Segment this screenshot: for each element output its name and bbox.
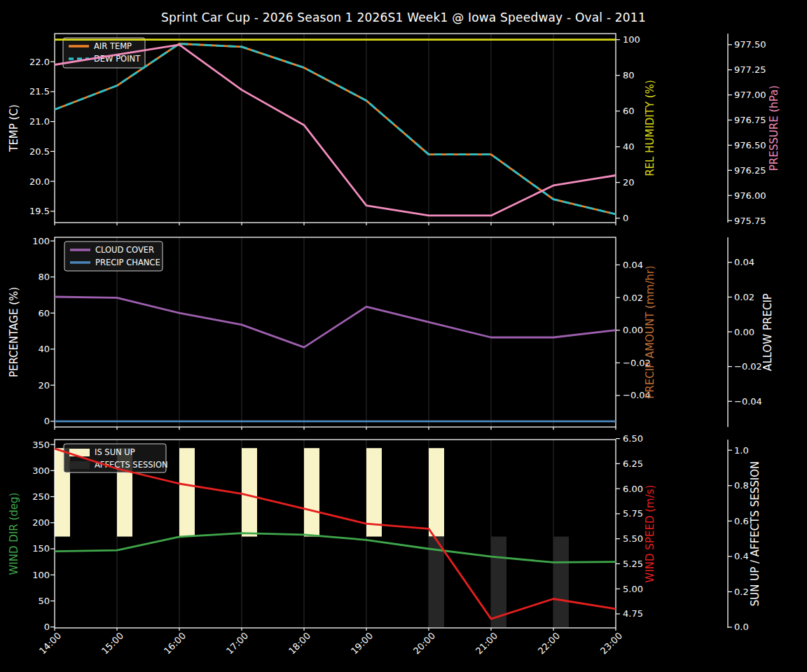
x-tick-label: 23:00 [598,631,624,657]
weather-forecast-window: { "title": "Sprint Car Cup - 2026 Season… [0,0,807,672]
right2-tick-label: −0.04 [734,396,762,407]
left-tick-label: 20 [38,380,50,391]
x-tick-label: 19:00 [349,631,375,657]
right2-tick-label: 977.25 [734,64,766,75]
x-tick-label: 14:00 [37,631,63,657]
legend-item-label: CLOUD COVER [95,245,154,255]
left-tick-label: 0 [44,622,50,632]
affects-session-bar [491,537,506,627]
right1-tick-label: 5.75 [623,508,643,519]
right1-tick-label: 80 [623,70,635,80]
percentage-axis-label: PERCENTAGE (%) [8,287,20,377]
dew-point-line [55,44,616,215]
left-tick-label: 350 [32,440,50,450]
wind-speed-m-s-axis-label: WIND SPEED (m/s) [644,485,656,583]
temp-c-axis-label: TEMP (C) [8,104,20,153]
air-temp-line [55,44,616,215]
right1-tick-label: 5.50 [623,533,643,544]
left-tick-label: 20.5 [29,146,50,157]
right2-tick-label: 0.4 [734,551,749,561]
affects-session-legend-swatch [69,461,90,469]
right1-tick-label: 5.25 [623,559,643,569]
is-sun-up-bar [429,448,444,536]
right1-tick-label: 0.04 [623,260,643,270]
left-tick-label: 0 [44,416,50,426]
left-tick-label: 21.0 [29,116,50,127]
right2-tick-label: 977.00 [734,90,766,100]
legend: CLOUD COVERPRECIP CHANCE [64,241,163,271]
affects-session-bar [553,537,569,627]
right1-tick-label: 6.00 [623,484,643,494]
right1-tick-label: 40 [623,141,635,152]
x-tick-label: 22:00 [536,631,562,657]
right1-tick-label: 6.50 [623,433,643,444]
allow-precip-axis-label: ALLOW PRECIP [761,293,774,371]
right1-tick-label: 0 [623,213,628,223]
wind-dir-line [55,533,616,563]
right2-tick-label: 0.8 [734,480,749,491]
left-tick-label: 19.5 [29,206,50,216]
left-tick-label: 20.0 [29,176,50,187]
forecast-charts-canvas: 19.520.020.521.021.522.0020406080100975.… [0,0,807,672]
cloud-cover-line [55,297,616,347]
right2-tick-label: 975.75 [734,216,766,226]
x-tick-label: 15:00 [99,631,125,657]
right2-tick-label: 0.0 [734,622,749,632]
right1-tick-label: 20 [623,177,635,188]
right1-tick-label: 0.02 [623,293,643,303]
left-tick-label: 250 [32,491,50,502]
is-sun-up-bar [179,448,195,536]
wind-sun-plot: 0501001502002503003504.755.005.255.505.7… [8,433,761,657]
x-tick-label: 21:00 [474,631,499,657]
left-tick-label: 150 [32,543,50,554]
x-tick-label: 17:00 [224,631,250,657]
right2-tick-label: 0.04 [734,257,754,267]
right2-tick-label: 0.2 [734,587,749,597]
right1-tick-label: 4.75 [623,608,643,619]
legend-item-label: PRECIP CHANCE [95,258,160,267]
precip-amount-mm-hr-axis-label: PRECIP AMOUNT (mm/hr) [644,265,656,398]
left-tick-label: 50 [38,596,50,606]
wind-speed-line [55,449,616,619]
right1-tick-label: 5.00 [623,584,643,594]
temp-humidity-pressure-plot: 19.520.020.521.021.522.0020406080100975.… [8,34,780,226]
left-tick-label: 100 [32,236,50,246]
right1-tick-label: 100 [623,34,640,45]
wind-dir-deg-axis-label: WIND DIR (deg) [8,493,20,575]
x-tick-label: 18:00 [287,631,312,657]
is-sun-up-bar [304,448,319,536]
right2-tick-label: 976.75 [734,115,766,125]
right2-tick-label: 0.02 [734,292,754,302]
left-tick-label: 21.5 [29,86,50,97]
is-sun-up-bar [242,448,257,536]
right1-tick-label: 0.00 [623,325,643,335]
pressure-hpa-axis-label: PRESSURE (hPa) [768,85,780,171]
right2-tick-label: 977.50 [734,39,766,50]
rel-humidity-axis-label: REL HUMIDITY (%) [644,80,656,176]
left-tick-label: 200 [32,517,50,528]
left-tick-label: 22.0 [29,57,50,67]
left-tick-label: 300 [32,465,50,476]
x-tick-label: 16:00 [162,631,188,657]
legend-item-label: IS SUN UP [95,447,135,457]
right1-tick-label: 60 [623,106,635,116]
right2-tick-label: 0.00 [734,327,754,337]
right2-tick-label: 0.6 [734,516,749,526]
right2-tick-label: 976.00 [734,190,766,201]
right2-tick-label: −0.02 [734,361,762,372]
right2-tick-label: 976.50 [734,140,766,150]
right1-tick-label: 6.25 [623,458,643,469]
legend-item-label: AIR TEMP [94,41,132,51]
sun-up-affects-session-axis-label: SUN UP / AFFECTS SESSION [749,461,761,607]
left-tick-label: 60 [38,308,50,318]
left-tick-label: 40 [38,344,50,354]
cloud-precip-plot: 020406080100−0.04−0.020.000.020.04−0.04−… [8,236,774,430]
right2-tick-label: 976.25 [734,165,766,176]
left-tick-label: 100 [32,570,50,580]
left-tick-label: 80 [38,272,50,282]
right2-tick-label: 1.0 [734,445,749,456]
x-tick-label: 20:00 [411,631,437,657]
